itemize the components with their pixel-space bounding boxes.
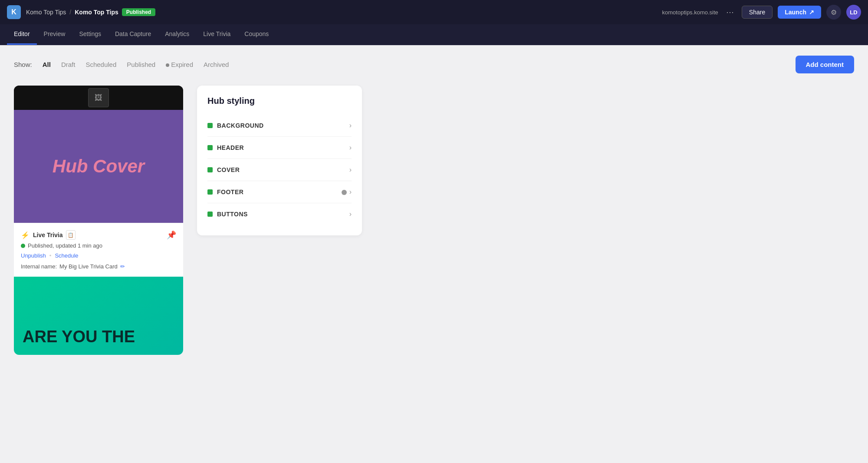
buttons-dot — [207, 212, 213, 217]
schedule-link[interactable]: Schedule — [55, 252, 78, 259]
filter-published[interactable]: Published — [122, 59, 161, 70]
edit-icon[interactable]: ✏ — [120, 263, 125, 270]
cover-dot — [207, 167, 213, 172]
top-bar-right: komotoptips.komo.site ⋯ Share Launch ↗ ⚙… — [662, 5, 861, 20]
logo-icon: K — [7, 5, 21, 19]
hub-cover-purple[interactable]: Hub Cover — [14, 110, 183, 223]
filter-archived[interactable]: Archived — [198, 59, 234, 70]
content-type-icon: 📋 — [66, 230, 76, 240]
content-item-header: ⚡ Live Trivia 📋 📌 — [21, 230, 176, 240]
main-content: Show: All Draft Scheduled Published Expi… — [0, 45, 868, 463]
cover-chevron: › — [349, 166, 352, 174]
styling-item-footer[interactable]: FOOTER › — [207, 181, 352, 203]
internal-name-row: Internal name: My Big Live Trivia Card ✏ — [21, 263, 176, 270]
styling-item-header-left: HEADER — [207, 144, 244, 151]
secondary-nav: Editor Preview Settings Data Capture Ana… — [0, 24, 868, 45]
content-item-card: ⚡ Live Trivia 📋 📌 Published, updated 1 m… — [14, 223, 183, 277]
trivia-preview-text: ARE YOU THE — [23, 328, 135, 346]
filter-expired[interactable]: Expired — [161, 59, 198, 70]
cover-icon-symbol: 🖼 — [95, 93, 102, 103]
header-chevron: › — [349, 144, 352, 152]
buttons-chevron: › — [349, 210, 352, 218]
footer-label: FOOTER — [217, 189, 243, 195]
expired-dot — [166, 63, 169, 67]
internal-name-prefix: Internal name: — [21, 263, 57, 270]
background-label: BACKGROUND — [217, 122, 264, 129]
unpublish-link[interactable]: Unpublish — [21, 252, 46, 259]
more-options-button[interactable]: ⋯ — [723, 6, 736, 19]
styling-item-cover[interactable]: COVER › — [207, 159, 352, 181]
nav-item-live-trivia[interactable]: Live Trivia — [196, 24, 237, 45]
lightning-icon: ⚡ — [21, 231, 30, 239]
breadcrumb-separator: / — [69, 9, 71, 16]
share-button[interactable]: Share — [742, 6, 773, 19]
cover-label: COVER — [217, 166, 240, 173]
launch-button[interactable]: Launch ↗ — [778, 6, 821, 19]
top-bar: K Komo Top Tips / Komo Top Tips Publishe… — [0, 0, 868, 24]
hub-cover-card: 🖼 Hub Cover — [14, 86, 183, 223]
status-text: Published, updated 1 min ago — [28, 242, 102, 249]
styling-item-header[interactable]: HEADER › — [207, 137, 352, 159]
launch-label: Launch — [785, 9, 806, 16]
buttons-label: BUTTONS — [217, 211, 248, 218]
launch-icon: ↗ — [809, 9, 814, 16]
filter-all[interactable]: All — [37, 59, 56, 70]
styling-item-cover-left: COVER — [207, 166, 240, 173]
footer-chevron: › — [349, 188, 352, 196]
footer-dot — [207, 189, 213, 195]
styling-item-footer-left: FOOTER — [207, 189, 243, 195]
hub-styling-title: Hub styling — [207, 96, 352, 106]
trivia-preview-card[interactable]: ARE YOU THE — [14, 277, 183, 355]
styling-item-buttons[interactable]: BUTTONS › — [207, 203, 352, 225]
breadcrumb-parent[interactable]: Komo Top Tips — [26, 9, 66, 16]
add-content-button[interactable]: Add content — [796, 56, 855, 73]
hub-styling-panel: Hub styling BACKGROUND › HEADER › COVE — [197, 86, 362, 235]
hub-cover-title: Hub Cover — [53, 156, 145, 177]
nav-item-data-capture[interactable]: Data Capture — [108, 24, 158, 45]
filter-show-label: Show: — [14, 61, 32, 68]
nav-item-editor[interactable]: Editor — [7, 24, 37, 45]
breadcrumb-current: Komo Top Tips — [75, 9, 118, 16]
filter-scheduled[interactable]: Scheduled — [80, 59, 122, 70]
styling-item-buttons-left: BUTTONS — [207, 211, 248, 218]
published-badge: Published — [122, 8, 155, 16]
header-label: HEADER — [217, 144, 244, 151]
status-dot — [21, 244, 25, 248]
content-type-row: ⚡ Live Trivia 📋 — [21, 230, 76, 240]
status-row: Published, updated 1 min ago — [21, 242, 176, 249]
nav-item-preview[interactable]: Preview — [37, 24, 72, 45]
hub-cover-top: 🖼 — [14, 86, 183, 110]
hub-cover-icon: 🖼 — [88, 88, 109, 107]
avatar: LD — [846, 5, 861, 20]
nav-item-settings[interactable]: Settings — [72, 24, 108, 45]
card-column: 🖼 Hub Cover ⚡ Live Trivia 📋 📌 — [14, 86, 183, 355]
action-separator: • — [49, 252, 52, 259]
filter-bar: Show: All Draft Scheduled Published Expi… — [14, 56, 854, 73]
nav-item-coupons[interactable]: Coupons — [237, 24, 276, 45]
settings-icon[interactable]: ⚙ — [826, 5, 841, 20]
styling-item-background[interactable]: BACKGROUND › — [207, 115, 352, 137]
background-chevron: › — [349, 122, 352, 129]
background-dot — [207, 123, 213, 128]
site-url: komotoptips.komo.site — [662, 9, 718, 16]
breadcrumb: Komo Top Tips / Komo Top Tips Published — [26, 8, 155, 16]
content-type-label: Live Trivia — [33, 232, 62, 238]
content-area: 🖼 Hub Cover ⚡ Live Trivia 📋 📌 — [14, 86, 854, 355]
action-links: Unpublish • Schedule — [21, 252, 176, 259]
styling-item-background-left: BACKGROUND — [207, 122, 264, 129]
internal-name-value: My Big Live Trivia Card — [59, 263, 118, 270]
nav-item-analytics[interactable]: Analytics — [158, 24, 196, 45]
filter-draft[interactable]: Draft — [56, 59, 81, 70]
header-dot — [207, 145, 213, 150]
pin-icon[interactable]: 📌 — [167, 230, 176, 240]
